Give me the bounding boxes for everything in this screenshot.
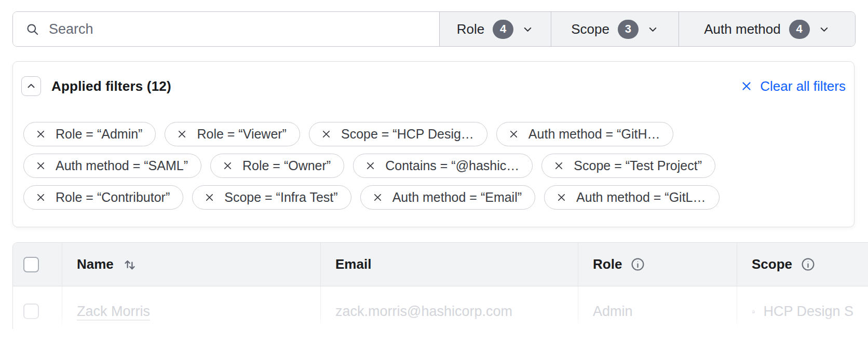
filter-pill-label: Role = “Owner” (242, 158, 331, 173)
filter-pill[interactable]: Scope = “HCP Desig… (309, 122, 487, 146)
applied-filter-pills: Role = “Admin” Role = “Viewer” Scope = “… (23, 122, 844, 210)
filter-pill-label: Auth method = “GitH… (528, 127, 660, 142)
info-icon[interactable] (630, 257, 645, 272)
applied-filters-title: Applied filters (12) (51, 78, 171, 94)
remove-filter-icon[interactable] (372, 192, 383, 203)
filter-pill-label: Auth method = “SAML” (56, 158, 188, 173)
scope-cell: HCP Design S (737, 286, 868, 329)
remove-filter-icon[interactable] (204, 192, 215, 203)
remove-filter-icon[interactable] (35, 160, 46, 171)
column-header-name-label: Name (77, 256, 114, 272)
scope-filter-dropdown[interactable]: Scope 3 (551, 12, 679, 46)
filter-pill[interactable]: Auth method = “Email” (360, 185, 535, 210)
filter-pill-label: Auth method = “Email” (392, 190, 522, 205)
name-cell: Zack Morris (62, 286, 320, 329)
remove-filter-icon[interactable] (553, 160, 564, 171)
chevron-up-icon (25, 80, 37, 92)
chevron-down-icon (522, 23, 534, 35)
auth-method-filter-count-badge: 4 (789, 20, 810, 39)
scope-value: HCP Design S (763, 304, 853, 320)
users-table: Name Email Role Scope (12, 242, 868, 329)
scope-filter-label: Scope (571, 21, 609, 37)
filter-pill[interactable]: Role = “Viewer” (165, 122, 300, 146)
filter-pill[interactable]: Scope = “Infra Test” (192, 185, 351, 210)
sort-icon[interactable] (122, 257, 138, 272)
remove-filter-icon[interactable] (321, 129, 332, 140)
applied-filters-header: Applied filters (12) Clear all filters (21, 76, 846, 96)
column-header-name[interactable]: Name (62, 243, 320, 286)
filter-pill[interactable]: Role = “Owner” (210, 154, 344, 178)
select-all-cell (13, 243, 62, 286)
column-header-email: Email (320, 243, 578, 286)
clear-all-filters-label: Clear all filters (760, 78, 846, 94)
filter-pill[interactable]: Role = “Contributor” (23, 185, 183, 210)
info-icon[interactable] (801, 257, 816, 272)
user-name-link[interactable]: Zack Morris (77, 304, 150, 320)
filter-pill-label: Scope = “Infra Test” (224, 190, 337, 205)
remove-filter-icon[interactable] (35, 192, 46, 203)
filter-pill-label: Role = “Viewer” (197, 127, 287, 142)
select-all-checkbox[interactable] (23, 257, 39, 272)
filter-pill-label: Auth method = “GitL… (576, 190, 706, 205)
role-filter-label: Role (457, 21, 484, 37)
chevron-down-icon (647, 23, 659, 35)
search-icon (25, 22, 39, 36)
filter-pill[interactable]: Contains = “@hashic… (353, 154, 533, 178)
filter-pill-label: Scope = “HCP Desig… (341, 127, 474, 142)
organization-icon (752, 304, 755, 320)
table-header-row: Name Email Role Scope (13, 243, 868, 286)
filter-pill-label: Scope = “Test Project” (574, 158, 702, 173)
column-header-scope: Scope (737, 243, 868, 286)
column-header-role: Role (578, 243, 737, 286)
remove-filter-icon[interactable] (35, 129, 46, 140)
role-filter-count-badge: 4 (493, 20, 513, 39)
table-body: Zack Morris zack.morris@hashicorp.com Ad… (13, 286, 868, 329)
row-select-cell (13, 286, 62, 329)
auth-method-filter-dropdown[interactable]: Auth method 4 (679, 12, 855, 46)
scope-filter-count-badge: 3 (618, 20, 639, 39)
role-cell: Admin (578, 286, 737, 329)
remove-filter-icon[interactable] (556, 192, 567, 203)
applied-filters-panel: Applied filters (12) Clear all filters R… (12, 61, 855, 227)
search-input[interactable] (49, 21, 427, 37)
role-filter-dropdown[interactable]: Role 4 (439, 12, 551, 46)
row-checkbox[interactable] (23, 304, 39, 319)
chevron-down-icon (818, 23, 830, 35)
remove-filter-icon[interactable] (177, 129, 187, 140)
table-row: Zack Morris zack.morris@hashicorp.com Ad… (13, 286, 868, 329)
filter-toolbar: Role 4 Scope 3 Auth method 4 (12, 11, 856, 47)
remove-filter-icon[interactable] (508, 129, 519, 140)
column-header-role-label: Role (593, 256, 622, 272)
column-header-scope-label: Scope (752, 256, 792, 272)
filter-pill[interactable]: Role = “Admin” (23, 122, 156, 146)
filter-pill-label: Contains = “@hashic… (385, 158, 519, 173)
filter-pill[interactable]: Scope = “Test Project” (541, 154, 715, 178)
remove-filter-icon[interactable] (222, 160, 233, 171)
filter-pill[interactable]: Auth method = “GitL… (544, 185, 719, 210)
close-icon (740, 80, 753, 92)
remove-filter-icon[interactable] (365, 160, 376, 171)
auth-method-filter-label: Auth method (704, 21, 780, 37)
email-cell: zack.morris@hashicorp.com (320, 286, 578, 329)
filter-pill[interactable]: Auth method = “SAML” (23, 154, 201, 178)
clear-all-filters-button[interactable]: Clear all filters (740, 78, 846, 94)
filter-pill-label: Role = “Contributor” (56, 190, 170, 205)
collapse-filters-button[interactable] (21, 76, 41, 96)
filter-pill[interactable]: Auth method = “GitH… (496, 122, 674, 146)
filter-pill-label: Role = “Admin” (56, 127, 142, 142)
search-box[interactable] (13, 12, 439, 46)
column-header-email-label: Email (335, 256, 371, 272)
